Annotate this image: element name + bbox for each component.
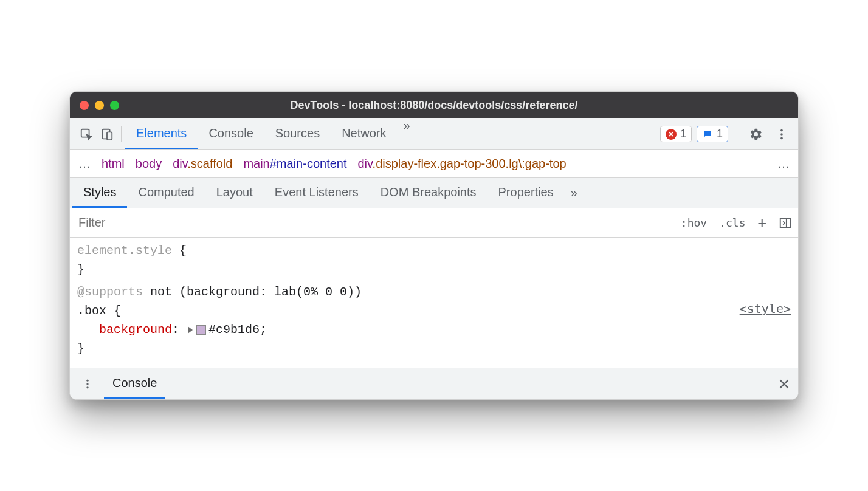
maximize-window-button[interactable] bbox=[110, 101, 119, 110]
styles-filter-input[interactable] bbox=[70, 208, 675, 237]
breadcrumb-leading-ellipsis[interactable]: … bbox=[78, 157, 91, 171]
svg-point-4 bbox=[780, 133, 783, 136]
svg-point-9 bbox=[86, 386, 88, 388]
expand-longhand-icon[interactable] bbox=[188, 326, 193, 334]
error-icon: ✕ bbox=[666, 129, 677, 140]
drawer-close-icon[interactable] bbox=[777, 377, 791, 391]
toolbar-separator bbox=[121, 126, 122, 142]
subtab-dom-breakpoints[interactable]: DOM Breakpoints bbox=[370, 178, 487, 208]
at-rule: @supports bbox=[77, 285, 143, 299]
titlebar: DevTools - localhost:8080/docs/devtools/… bbox=[70, 92, 798, 118]
dom-breadcrumb: … html body div.scaffold main#main-conte… bbox=[70, 150, 798, 178]
devtools-window: DevTools - localhost:8080/docs/devtools/… bbox=[69, 91, 799, 400]
svg-rect-2 bbox=[107, 132, 112, 140]
hov-toggle[interactable]: :hov bbox=[675, 208, 713, 237]
breadcrumb-item[interactable]: div.scaffold bbox=[173, 157, 232, 171]
console-drawer: Console bbox=[70, 368, 798, 399]
svg-point-3 bbox=[780, 129, 783, 131]
more-subtabs-icon[interactable]: » bbox=[565, 186, 584, 200]
traffic-lights bbox=[80, 101, 119, 110]
svg-point-8 bbox=[86, 383, 88, 385]
styles-subtabs: Styles Computed Layout Event Listeners D… bbox=[70, 178, 798, 208]
subtab-properties[interactable]: Properties bbox=[487, 178, 565, 208]
new-style-rule-button[interactable]: + bbox=[752, 208, 773, 237]
svg-point-7 bbox=[86, 379, 88, 381]
svg-point-5 bbox=[780, 137, 783, 139]
tab-network[interactable]: Network bbox=[331, 118, 397, 149]
color-swatch-icon[interactable] bbox=[196, 325, 206, 335]
styles-filter-row: :hov .cls + bbox=[70, 208, 798, 238]
breadcrumb-item[interactable]: div.display-flex.gap-top-300.lg\:gap-top bbox=[358, 157, 567, 171]
svg-rect-6 bbox=[780, 218, 791, 227]
device-toolbar-icon[interactable] bbox=[97, 124, 117, 145]
decl-property[interactable]: background bbox=[99, 323, 172, 337]
messages-badge[interactable]: 1 bbox=[697, 126, 728, 142]
subtab-layout[interactable]: Layout bbox=[205, 178, 264, 208]
subtab-event-listeners[interactable]: Event Listeners bbox=[264, 178, 370, 208]
cls-toggle[interactable]: .cls bbox=[713, 208, 751, 237]
breadcrumb-item[interactable]: body bbox=[136, 157, 162, 171]
settings-icon[interactable] bbox=[746, 124, 766, 145]
more-tabs-icon[interactable]: » bbox=[398, 118, 416, 149]
computed-styles-sidebar-icon[interactable] bbox=[773, 208, 798, 237]
rule-source-link[interactable]: <style> bbox=[740, 300, 791, 318]
drawer-tab-console[interactable]: Console bbox=[104, 368, 165, 399]
toolbar-separator bbox=[737, 126, 737, 142]
errors-count: 1 bbox=[680, 128, 686, 140]
main-toolbar: Elements Console Sources Network » ✕ 1 1 bbox=[70, 118, 798, 150]
supports-rule[interactable]: @supports not (background: lab(0% 0 0)) … bbox=[77, 283, 791, 358]
main-tabs: Elements Console Sources Network » bbox=[125, 118, 416, 149]
errors-badge[interactable]: ✕ 1 bbox=[660, 126, 692, 142]
at-rule-condition: not (background: lab(0% 0 0)) bbox=[150, 285, 362, 299]
breadcrumb-item[interactable]: main#main-content bbox=[243, 157, 346, 171]
styles-pane: element.style { } @supports not (backgro… bbox=[70, 238, 798, 368]
messages-count: 1 bbox=[717, 128, 723, 140]
minimize-window-button[interactable] bbox=[95, 101, 104, 110]
element-style-rule[interactable]: element.style { } bbox=[77, 241, 791, 279]
breadcrumb-item[interactable]: html bbox=[102, 157, 125, 171]
toolbar-right: ✕ 1 1 bbox=[660, 124, 792, 145]
message-icon bbox=[702, 129, 713, 140]
kebab-menu-icon[interactable] bbox=[771, 124, 792, 145]
element-style-selector: element.style bbox=[77, 244, 172, 258]
subtab-styles[interactable]: Styles bbox=[72, 178, 127, 208]
decl-value[interactable]: #c9b1d6 bbox=[208, 323, 260, 337]
rule-selector: .box bbox=[77, 304, 106, 318]
tab-elements[interactable]: Elements bbox=[125, 118, 198, 149]
close-window-button[interactable] bbox=[80, 101, 89, 110]
tab-console[interactable]: Console bbox=[198, 118, 264, 149]
inspect-element-icon[interactable] bbox=[76, 124, 97, 145]
breadcrumb-trailing-ellipsis[interactable]: … bbox=[777, 157, 790, 171]
tab-sources[interactable]: Sources bbox=[264, 118, 331, 149]
window-title: DevTools - localhost:8080/docs/devtools/… bbox=[70, 99, 798, 112]
subtab-computed[interactable]: Computed bbox=[127, 178, 205, 208]
drawer-kebab-icon[interactable] bbox=[77, 374, 98, 394]
